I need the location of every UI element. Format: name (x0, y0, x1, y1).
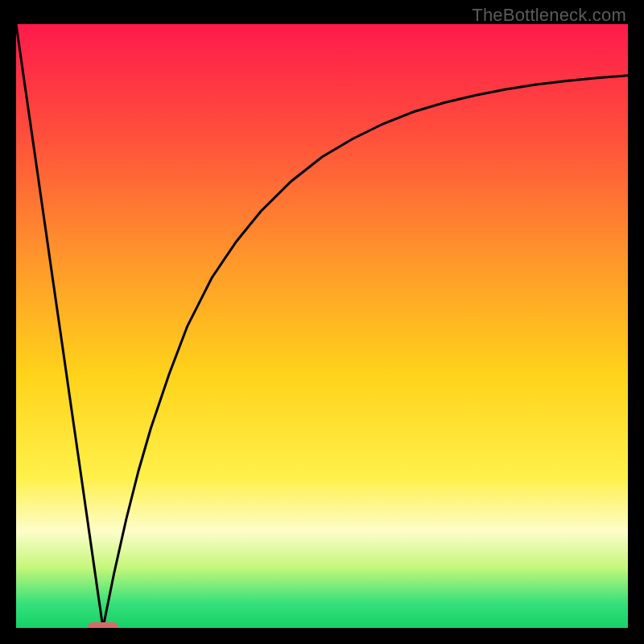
curves-layer (16, 24, 628, 628)
min-marker (88, 622, 118, 629)
frame: TheBottleneck.com (0, 0, 644, 644)
plot-area (16, 24, 628, 628)
watermark-text: TheBottleneck.com (472, 5, 626, 26)
right-branch-curve (103, 76, 628, 628)
left-branch-curve (16, 24, 103, 628)
